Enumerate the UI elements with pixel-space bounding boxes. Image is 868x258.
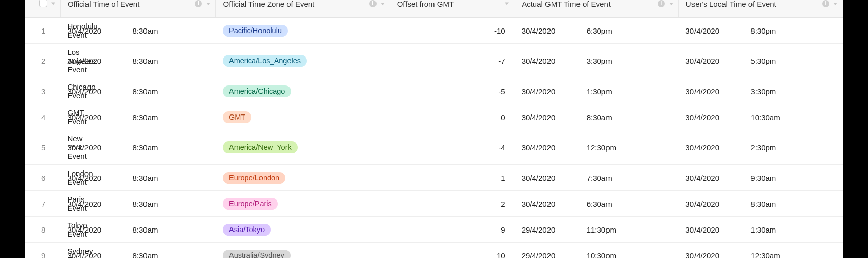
chevron-down-icon[interactable] [669,3,673,5]
cell-offset[interactable]: 0 [390,104,514,130]
table-row[interactable]: 6London Event30/4/20208:30amEurope/Londo… [25,165,843,191]
cell-local-time[interactable]: 30/4/20202:30pm [678,130,843,165]
header-label: Official Time of Event [68,0,160,8]
gmt-time: 11:30pm [587,225,673,234]
cell-gmt-time[interactable]: 30/4/20201:30pm [514,78,679,104]
cell-offset[interactable]: -7 [390,44,514,78]
info-icon[interactable]: i [195,0,202,7]
timezone-pill[interactable]: Europe/London [223,172,285,184]
cell-gmt-time[interactable]: 30/4/20208:30am [514,104,679,130]
cell-gmt-time[interactable]: 29/4/202011:30pm [514,217,679,243]
chevron-down-icon[interactable] [381,3,385,5]
header-official-tz[interactable]: Official Time Zone of Event i [216,0,390,18]
local-time: 10:30am [750,113,836,122]
table-row[interactable]: 8Tokyo Event30/4/20208:30amAsia/Tokyo929… [25,217,843,243]
cell-local-time[interactable]: 30/4/20205:30pm [678,44,843,78]
cell-timezone[interactable]: America/Chicago [216,78,390,104]
cell-timezone[interactable]: America/Los_Angeles [216,44,390,78]
cell-offset[interactable]: 2 [390,191,514,217]
chevron-down-icon[interactable] [206,3,210,5]
cell-timezone[interactable]: Europe/Paris [216,191,390,217]
local-date: 30/4/2020 [685,251,750,259]
checkbox-icon[interactable] [39,0,47,7]
official-time: 8:30am [132,143,210,152]
official-date: 30/4/2020 [67,87,132,96]
cell-offset[interactable]: 1 [390,165,514,191]
table-row[interactable]: 7Paris Event30/4/20208:30amEurope/Paris2… [25,191,843,217]
cell-timezone[interactable]: Pacific/Honolulu [216,18,390,44]
timezone-pill[interactable]: America/Chicago [223,85,291,97]
cell-local-time[interactable]: 30/4/20209:30am [678,165,843,191]
cell-offset[interactable]: 9 [390,217,514,243]
table-row[interactable]: 5New York Event30/4/20208:30amAmerica/Ne… [25,130,843,165]
cell-local-time[interactable]: 30/4/202012:30am [678,243,843,259]
timezone-pill[interactable]: GMT [223,111,251,123]
gmt-date: 30/4/2020 [522,87,587,96]
events-table: Event Name Official Time of Event i Offi… [25,0,843,258]
local-time: 3:30pm [750,87,836,96]
cell-timezone[interactable]: Europe/London [216,165,390,191]
cell-local-time[interactable]: 30/4/20203:30pm [678,78,843,104]
chevron-down-icon[interactable] [833,3,837,5]
header-gmt-time[interactable]: Actual GMT Time of Event i [514,0,679,18]
info-icon[interactable]: i [369,0,377,7]
cell-local-time[interactable]: 30/4/20208:30pm [678,18,843,44]
cell-timezone[interactable]: Asia/Tokyo [216,217,390,243]
gmt-time: 3:30pm [587,56,673,65]
local-date: 30/4/2020 [685,199,750,208]
cell-gmt-time[interactable]: 30/4/20207:30am [514,165,679,191]
timezone-pill[interactable]: Australia/Sydney [223,250,291,259]
local-time: 5:30pm [750,56,836,65]
cell-local-time[interactable]: 30/4/20208:30am [678,191,843,217]
timezone-pill[interactable]: America/Los_Angeles [223,55,307,67]
cell-offset[interactable]: -4 [390,130,514,165]
cell-offset[interactable]: -5 [390,78,514,104]
gmt-time: 6:30am [587,199,673,208]
official-date: 30/4/2020 [67,143,132,152]
info-icon[interactable]: i [658,0,665,7]
row-number: 6 [25,165,60,191]
row-number: 4 [25,104,60,130]
info-icon[interactable]: i [822,0,829,7]
timezone-pill[interactable]: Pacific/Honolulu [223,25,288,37]
cell-gmt-time[interactable]: 30/4/20203:30pm [514,44,679,78]
timezone-pill[interactable]: Europe/Paris [223,198,278,210]
header-official-time[interactable]: Official Time of Event i [60,0,216,18]
table-header-row: Event Name Official Time of Event i Offi… [25,0,843,18]
gmt-time: 1:30pm [587,87,673,96]
gmt-time: 12:30pm [587,143,673,152]
gmt-date: 30/4/2020 [522,199,587,208]
official-time: 8:30am [132,56,210,65]
header-local-time[interactable]: User's Local Time of Event i [678,0,843,18]
table-row[interactable]: 9Sydney Event30/4/20208:30amAustralia/Sy… [25,243,843,259]
official-time: 8:30am [132,251,210,259]
cell-local-time[interactable]: 30/4/20201:30am [678,217,843,243]
cell-offset[interactable]: -10 [390,18,514,44]
table-row[interactable]: 2Los Angeles Event30/4/20208:30amAmerica… [25,44,843,78]
table-row[interactable]: 4GMT Event30/4/20208:30amGMT030/4/20208:… [25,104,843,130]
cell-gmt-time[interactable]: 30/4/20206:30am [514,191,679,217]
local-time: 1:30am [750,225,836,234]
official-date: 30/4/2020 [67,26,132,35]
cell-timezone[interactable]: Australia/Sydney [216,243,390,259]
timezone-pill[interactable]: America/New_York [223,141,298,153]
local-time: 2:30pm [750,143,836,152]
cell-offset[interactable]: 10 [390,243,514,259]
table-row[interactable]: 1Honolulu Event30/4/20208:30amPacific/Ho… [25,18,843,44]
cell-gmt-time[interactable]: 29/4/202010:30pm [514,243,679,259]
official-time: 8:30am [132,199,210,208]
cell-timezone[interactable]: GMT [216,104,390,130]
header-offset[interactable]: Offset from GMT [390,0,514,18]
cell-local-time[interactable]: 30/4/202010:30am [678,104,843,130]
header-label: Offset from GMT [397,0,474,8]
cell-timezone[interactable]: America/New_York [216,130,390,165]
row-number: 7 [25,191,60,217]
table-row[interactable]: 3Chicago Event30/4/20208:30amAmerica/Chi… [25,78,843,104]
official-date: 30/4/2020 [67,113,132,122]
chevron-down-icon[interactable] [505,3,509,5]
timezone-pill[interactable]: Asia/Tokyo [223,224,271,236]
cell-gmt-time[interactable]: 30/4/202012:30pm [514,130,679,165]
cell-gmt-time[interactable]: 30/4/20206:30pm [514,18,679,44]
row-number: 2 [25,44,60,78]
chevron-down-icon[interactable] [51,3,55,5]
